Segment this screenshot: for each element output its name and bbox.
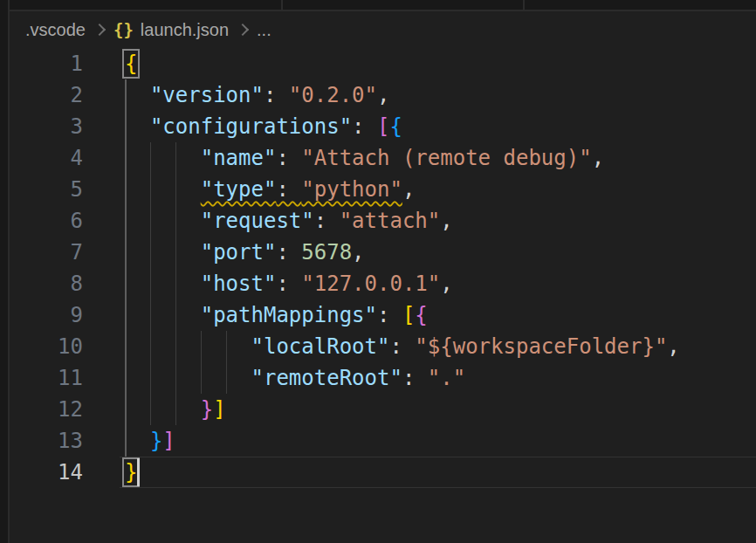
code-line[interactable]: 4 "name": "Attach (remote debug)",: [10, 142, 756, 174]
code-text: "type": "python",: [125, 174, 415, 205]
code-token: :: [389, 334, 415, 359]
code-token: ,: [352, 240, 364, 265]
line-number[interactable]: 6: [10, 205, 83, 237]
code-line[interactable]: 12 }]: [10, 394, 756, 425]
code-token: ]: [162, 429, 175, 453]
code-token: [125, 146, 201, 170]
line-number[interactable]: 9: [10, 299, 83, 331]
code-token: :: [402, 366, 428, 390]
warning-token: "type": [201, 177, 277, 202]
code-text: "remoteRoot": ".": [125, 362, 465, 394]
code-token: :: [352, 114, 377, 139]
code-token: ,: [667, 334, 679, 359]
code-token: [125, 397, 201, 422]
tab-separator: [523, 0, 525, 10]
code-token: ,: [592, 146, 604, 170]
warning-token: "python": [301, 177, 402, 202]
line-number[interactable]: 4: [10, 142, 83, 174]
code-token: "0.2.0": [289, 83, 377, 107]
code-token: :: [264, 83, 289, 107]
current-line-highlight: [120, 457, 756, 488]
tab-bar-edge: [9, 0, 756, 11]
code-token: {: [415, 303, 427, 327]
code-line[interactable]: 1{: [10, 48, 756, 79]
code-token: :: [276, 146, 301, 170]
code-token: "attach": [340, 209, 441, 233]
code-line[interactable]: 2 "version": "0.2.0",: [10, 79, 756, 111]
breadcrumb-item-launch-json-file[interactable]: launch.json: [141, 20, 229, 40]
breadcrumb-item-symbol-ellipsis[interactable]: ...: [257, 20, 271, 40]
code-line[interactable]: 6 "request": "attach",: [10, 205, 756, 237]
line-number[interactable]: 11: [10, 362, 83, 394]
code-token: ,: [440, 209, 452, 233]
code-token: [125, 209, 201, 233]
editor-pane[interactable]: 1{2 "version": "0.2.0",3 "configurations…: [10, 48, 756, 488]
breadcrumb-item-vscode-folder[interactable]: .vscode: [25, 20, 86, 40]
line-number[interactable]: 13: [10, 425, 83, 457]
code-token: }: [201, 397, 213, 422]
line-number[interactable]: 7: [10, 237, 83, 268]
code-token: ]: [213, 397, 225, 422]
text-cursor: [137, 458, 140, 486]
code-token: [: [402, 303, 415, 327]
code-text: "port": 5678,: [125, 237, 365, 268]
code-token: "127.0.0.1": [301, 272, 440, 296]
code-token: "${workspaceFolder}": [415, 334, 667, 359]
json-file-icon: {}: [113, 20, 134, 39]
code-token: [125, 303, 201, 327]
code-token: ,: [402, 177, 415, 202]
code-text: "configurations": [{: [125, 111, 402, 142]
code-token: [125, 429, 150, 453]
line-number[interactable]: 1: [10, 48, 83, 79]
matched-bracket: {: [125, 52, 137, 76]
code-line[interactable]: 3 "configurations": [{: [10, 111, 756, 142]
line-number[interactable]: 3: [10, 111, 83, 142]
code-text: }]: [125, 394, 226, 425]
line-number[interactable]: 5: [10, 174, 83, 205]
code-token: 5678: [301, 240, 352, 265]
chevron-right-icon: [93, 24, 106, 36]
code-line[interactable]: 10 "localRoot": "${workspaceFolder}",: [10, 331, 756, 362]
code-token: "version": [150, 83, 264, 107]
code-token: "port": [201, 240, 277, 265]
code-text: "host": "127.0.0.1",: [125, 268, 453, 299]
code-line[interactable]: 14}: [10, 457, 756, 488]
panel-left-edge: [0, 0, 10, 543]
code-line[interactable]: 9 "pathMappings": [{: [10, 299, 756, 331]
code-token: [125, 114, 150, 139]
code-token: "host": [201, 272, 277, 296]
code-line[interactable]: 7 "port": 5678,: [10, 237, 756, 268]
code-line[interactable]: 5 "type": "python",: [10, 174, 756, 205]
code-line[interactable]: 13 }]: [10, 425, 756, 457]
line-number[interactable]: 10: [10, 331, 83, 362]
line-number[interactable]: 2: [10, 79, 83, 111]
code-text: "pathMappings": [{: [125, 299, 428, 331]
code-token: [125, 240, 201, 265]
line-number[interactable]: 14: [10, 457, 83, 488]
code-token: "localRoot": [251, 334, 390, 359]
code-token: :: [314, 209, 340, 233]
code-token: {: [389, 114, 402, 139]
code-line[interactable]: 8 "host": "127.0.0.1",: [10, 268, 756, 299]
chevron-right-icon: [237, 24, 249, 36]
code-text: "request": "attach",: [125, 205, 453, 237]
code-token: [125, 83, 150, 107]
code-text: "name": "Attach (remote debug)",: [125, 142, 604, 174]
code-token: ".": [428, 366, 465, 390]
code-token: "configurations": [150, 114, 352, 139]
code-token: "name": [201, 146, 277, 170]
code-text: }]: [125, 425, 175, 457]
code-token: [125, 272, 201, 296]
matched-bracket: }: [125, 460, 137, 485]
code-text: {: [125, 48, 137, 79]
vscode-editor-window: .vscode{}launch.json... 1{2 "version": "…: [0, 0, 756, 543]
code-token: "pathMappings": [201, 303, 377, 327]
line-number[interactable]: 12: [10, 394, 83, 425]
code-line[interactable]: 11 "remoteRoot": ".": [10, 362, 756, 394]
line-number[interactable]: 8: [10, 268, 83, 299]
code-token: ,: [440, 272, 452, 296]
code-text: "version": "0.2.0",: [125, 79, 389, 111]
code-token: :: [276, 272, 301, 296]
warning-token: :: [276, 177, 301, 202]
code-token: [125, 177, 201, 202]
